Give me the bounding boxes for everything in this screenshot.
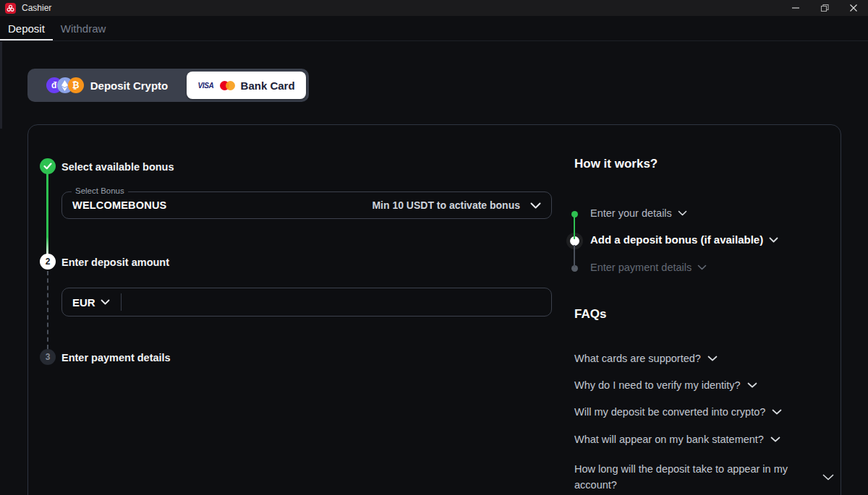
faq-item[interactable]: How long will the deposit take to appear… [574,461,858,493]
faq-item[interactable]: Why do I need to verify my identity? [574,379,757,391]
minimize-button[interactable] [781,0,810,16]
faq-item[interactable]: Will my deposit be converted into crypto… [574,406,782,418]
step3-label: Enter payment details [61,352,171,363]
bonus-select-field[interactable]: Select Bonus WELCOMEBONUS Min 10 USDT to… [61,191,552,219]
step1-label: Select available bonus [61,161,174,173]
step-connector-1 [46,173,48,255]
faq-question: What cards are supported? [574,353,701,364]
tab-withdraw[interactable]: Withdraw [53,16,114,40]
tab-deposit[interactable]: Deposit [0,16,53,40]
window-title: Cashier [22,3,51,13]
chevron-down-icon [822,474,834,481]
chevron-down-icon [769,237,778,243]
bank-card-label: Bank Card [241,79,295,92]
how-item-label: Enter payment details [590,262,692,273]
app-logo-icon [5,3,16,14]
chevron-down-icon [747,382,757,388]
faq-question: Why do I need to verify my identity? [574,379,741,391]
timeline-connector-green [574,217,575,239]
bonus-value: WELCOMEBONUS [72,199,166,211]
faq-question: What will appear on my bank statement? [574,434,764,445]
faq-item[interactable]: What cards are supported? [574,353,718,364]
how-item-payment-details[interactable]: Enter payment details [590,262,707,273]
faq-item[interactable]: What will appear on my bank statement? [574,434,780,445]
step2-number: 2 [40,254,56,270]
chevron-down-icon [707,356,718,361]
step-connector-2 [47,271,48,349]
tabbar: Deposit Withdraw [0,16,868,41]
left-scrollbar-thumb[interactable] [0,42,2,129]
how-it-works-title: How it works? [574,157,658,171]
timeline-connector-gray [574,245,575,267]
chevron-down-icon [530,202,541,209]
deposit-panel: Select available bonus Select Bonus WELC… [27,124,841,495]
chevron-down-icon [678,210,687,216]
mastercard-logo-icon [220,81,235,90]
chevron-down-icon [770,436,780,442]
how-item-label: Add a deposit bonus (if available) [590,233,763,246]
visa-logo-icon: VISA [197,82,213,90]
chevron-down-icon [697,264,707,270]
step1-check-icon [40,158,56,174]
field-divider [121,293,122,311]
bank-card-option[interactable]: VISA Bank Card [187,72,306,99]
faq-question: How long will the deposit take to appear… [574,461,816,493]
faqs-title: FAQs [574,307,606,322]
cashier-window: Cashier Deposit Withdraw đ ₿ [0,0,868,495]
chevron-down-icon [101,299,110,305]
faq-question: Will my deposit be converted into crypto… [574,406,765,418]
how-item-label: Enter your details [590,207,672,219]
currency-selector[interactable]: EUR [72,296,110,309]
how-item-add-bonus[interactable]: Add a deposit bonus (if available) [590,233,778,246]
step2-label: Enter deposit amount [61,257,169,268]
bonus-field-label: Select Bonus [72,186,128,195]
titlebar: Cashier [0,0,868,16]
chevron-down-icon [772,409,782,415]
how-item-enter-details[interactable]: Enter your details [590,207,687,219]
currency-code: EUR [72,296,95,309]
bitcoin-coin-icon: ₿ [68,77,84,93]
close-button[interactable] [839,0,868,16]
crypto-coins-icon: đ ₿ [46,77,84,93]
deposit-crypto-option[interactable]: đ ₿ Deposit Crypto [27,77,187,93]
deposit-crypto-label: Deposit Crypto [90,79,169,92]
deposit-method-toggle: đ ₿ Deposit Crypto VISA Bank Card [27,69,309,102]
deposit-amount-field[interactable]: EUR [61,288,552,317]
restore-button[interactable] [810,0,839,16]
bonus-hint: Min 10 USDT to activate bonus [372,199,520,211]
step3-number: 3 [40,349,56,365]
